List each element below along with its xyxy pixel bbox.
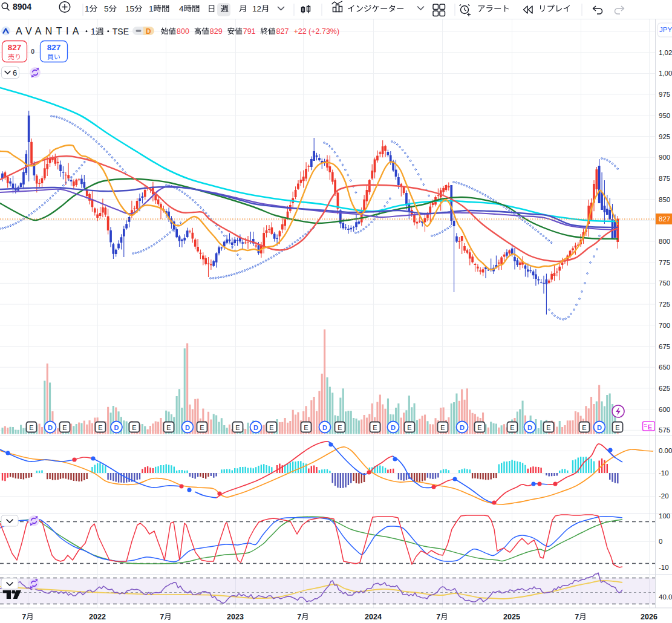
svg-text:1: 1 bbox=[85, 4, 90, 13]
svg-text:1,025: 1,025 bbox=[659, 49, 672, 56]
svg-text:1: 1 bbox=[149, 4, 154, 13]
svg-text:2025: 2025 bbox=[503, 613, 520, 621]
svg-text:D: D bbox=[253, 424, 258, 431]
svg-text:E: E bbox=[304, 424, 308, 431]
svg-text:600: 600 bbox=[659, 406, 670, 413]
svg-text:829: 829 bbox=[210, 27, 223, 36]
svg-text:E: E bbox=[510, 424, 514, 431]
svg-text:D: D bbox=[391, 424, 396, 431]
svg-text:E: E bbox=[373, 424, 377, 431]
svg-text:15: 15 bbox=[125, 4, 134, 13]
svg-text:7: 7 bbox=[22, 613, 26, 621]
svg-text:791: 791 bbox=[243, 27, 256, 36]
svg-text:D: D bbox=[322, 424, 327, 431]
svg-text:875: 875 bbox=[659, 175, 670, 182]
svg-text:40.0: 40.0 bbox=[659, 593, 672, 601]
svg-text:-10: -10 bbox=[659, 469, 669, 477]
svg-text:5: 5 bbox=[104, 4, 109, 13]
svg-text:2023: 2023 bbox=[227, 613, 244, 621]
svg-text:100: 100 bbox=[659, 512, 670, 520]
svg-text:900: 900 bbox=[659, 154, 670, 161]
svg-text:E: E bbox=[648, 423, 652, 431]
svg-text:625: 625 bbox=[659, 385, 670, 392]
svg-text:827: 827 bbox=[8, 43, 22, 52]
svg-text:675: 675 bbox=[659, 343, 670, 350]
svg-text:7: 7 bbox=[297, 613, 301, 621]
svg-text:1,000: 1,000 bbox=[659, 70, 672, 77]
svg-text:E: E bbox=[269, 424, 273, 431]
svg-text:E: E bbox=[407, 424, 411, 431]
svg-text:750: 750 bbox=[659, 279, 670, 287]
svg-text:D: D bbox=[460, 424, 465, 431]
svg-text:850: 850 bbox=[659, 196, 670, 203]
svg-text:950: 950 bbox=[659, 112, 670, 119]
svg-text:E: E bbox=[132, 424, 136, 431]
svg-text:E: E bbox=[166, 424, 171, 431]
svg-text:E: E bbox=[477, 424, 481, 431]
svg-text:E: E bbox=[200, 424, 204, 431]
svg-text:E: E bbox=[235, 424, 240, 431]
svg-text:2024: 2024 bbox=[365, 613, 382, 621]
svg-text:D: D bbox=[146, 27, 151, 36]
svg-text:D: D bbox=[185, 424, 190, 431]
svg-text:12: 12 bbox=[252, 4, 261, 13]
svg-text:827: 827 bbox=[276, 27, 289, 36]
svg-text:AVANTIA: AVANTIA bbox=[16, 26, 83, 36]
svg-text:D: D bbox=[527, 424, 532, 431]
svg-text:725: 725 bbox=[659, 301, 670, 308]
svg-text:1: 1 bbox=[91, 27, 96, 36]
svg-text:0: 0 bbox=[31, 48, 34, 55]
svg-text:827: 827 bbox=[659, 215, 670, 223]
svg-text:575: 575 bbox=[659, 426, 670, 434]
svg-text:700: 700 bbox=[659, 322, 670, 329]
svg-text:800: 800 bbox=[177, 27, 189, 36]
svg-text:4: 4 bbox=[179, 4, 184, 13]
svg-text:775: 775 bbox=[659, 259, 670, 266]
svg-text:2026: 2026 bbox=[641, 613, 657, 621]
svg-text:975: 975 bbox=[659, 91, 670, 98]
svg-text:7: 7 bbox=[436, 613, 440, 621]
svg-text:800: 800 bbox=[659, 238, 670, 245]
svg-text:-20: -20 bbox=[659, 492, 669, 500]
svg-text:7: 7 bbox=[160, 613, 164, 621]
svg-text:D: D bbox=[597, 424, 602, 431]
svg-text:6: 6 bbox=[13, 68, 17, 77]
svg-text:925: 925 bbox=[659, 133, 670, 140]
svg-text:D: D bbox=[48, 424, 53, 431]
svg-text:650: 650 bbox=[659, 364, 670, 371]
svg-text:E: E bbox=[440, 424, 445, 431]
svg-text:E: E bbox=[546, 424, 550, 431]
svg-text:-10: -10 bbox=[659, 564, 669, 571]
svg-text:TSE: TSE bbox=[113, 27, 129, 36]
svg-text:+22 (+2.73%): +22 (+2.73%) bbox=[293, 27, 339, 36]
svg-text:E: E bbox=[98, 424, 102, 431]
svg-text:E: E bbox=[582, 424, 586, 431]
svg-text:0: 0 bbox=[659, 538, 662, 545]
svg-text:7: 7 bbox=[575, 613, 579, 621]
svg-text:D: D bbox=[114, 424, 119, 431]
svg-text:2022: 2022 bbox=[89, 613, 106, 621]
svg-text:JPY: JPY bbox=[659, 26, 672, 33]
svg-text:8904: 8904 bbox=[13, 2, 31, 11]
svg-text:E: E bbox=[615, 424, 619, 431]
svg-text:E: E bbox=[62, 424, 67, 431]
svg-text:827: 827 bbox=[47, 43, 61, 52]
svg-text:0.00: 0.00 bbox=[659, 447, 672, 454]
svg-text:E: E bbox=[338, 424, 342, 431]
svg-text:E: E bbox=[29, 424, 33, 431]
